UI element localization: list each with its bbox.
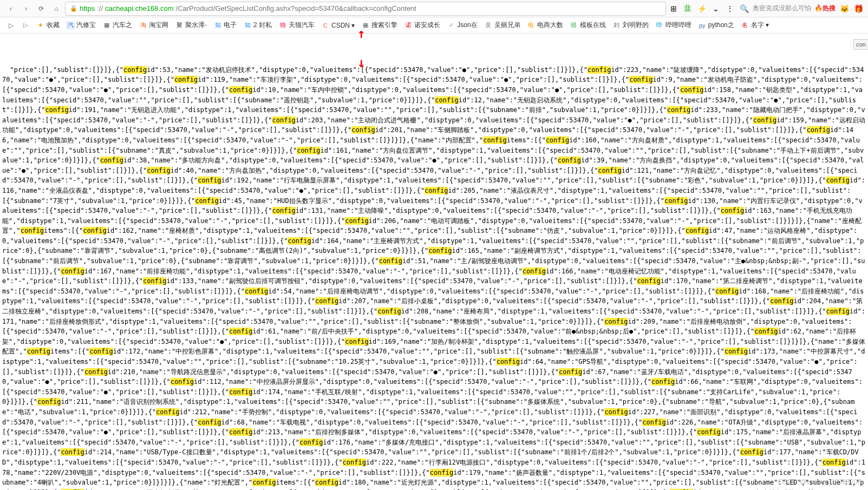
- hot-badge[interactable]: 🔥热搜: [814, 4, 836, 13]
- bookmark-label: 诺安成长: [414, 21, 440, 30]
- bookmark-label: 电商大数: [537, 21, 563, 30]
- ext-icon[interactable]: 韭: [682, 3, 693, 14]
- bookmark-item[interactable]: 猫天猫汽车: [276, 19, 317, 31]
- bookmark-item[interactable]: 模模板在线: [567, 19, 609, 31]
- bookmark-label: 2 封私: [253, 21, 272, 30]
- bookmark-label: 天猫汽车: [289, 21, 315, 30]
- bookmark-menu-icon[interactable]: ▷: [4, 19, 17, 32]
- bookmark-label: 搜索引擎: [371, 21, 397, 30]
- bookmark-icon: 名: [741, 21, 749, 30]
- bookmark-label: 收藏: [47, 21, 60, 30]
- bookmark-icon: 知: [213, 21, 222, 30]
- url-path: /CarProduct/GetSpecListConfig.ashx?speci…: [176, 4, 416, 12]
- forward-button[interactable]: ›: [19, 2, 32, 15]
- bookmark-item[interactable]: 名名字 ▾: [738, 19, 772, 31]
- bookmark-item[interactable]: 电电商大数: [524, 19, 566, 31]
- menu-icon[interactable]: ⋮: [725, 3, 735, 14]
- bookmark-item[interactable]: 聚聚水潭-: [172, 19, 210, 31]
- bookmark-icon: 哔: [655, 21, 664, 30]
- bookmark-icon: 电: [527, 21, 536, 30]
- bookmark-label: 淘宝网: [149, 21, 168, 30]
- search-icon[interactable]: 🔍: [739, 3, 749, 14]
- bookmark-item[interactable]: pypython之: [695, 19, 737, 31]
- bookmark-item[interactable]: ✓Json在: [444, 19, 480, 31]
- search-hint[interactable]: 奥密克戎没那么可怕: [753, 4, 811, 13]
- cat-icon[interactable]: 🐱: [839, 3, 850, 14]
- bookmark-item[interactable]: ▷: [18, 19, 32, 31]
- bookmark-item[interactable]: 知2 封私: [240, 19, 275, 31]
- bookmark-item[interactable]: ▦汽车之: [100, 19, 135, 31]
- bookmark-icon: ▷: [21, 21, 30, 30]
- bookmark-label: CSDN ▾: [331, 22, 355, 29]
- browser-toolbar: ‹ › ⟳ ⌂ 🔒 https://cacheapi.che168.com/Ca…: [0, 0, 868, 17]
- reload-button[interactable]: ⟳: [35, 2, 48, 15]
- bookmark-item[interactable]: ▦搜索引擎: [358, 19, 400, 31]
- ext-icon[interactable]: ⊞: [668, 3, 679, 14]
- bookmark-label: python之: [708, 21, 734, 30]
- bookmark-item[interactable]: 汽汽修宝: [63, 19, 99, 31]
- bookmark-icon: ▦: [102, 21, 111, 30]
- bookmark-label: 哔哩哔哩: [665, 21, 691, 30]
- bookmark-label: 刘明野的: [623, 21, 649, 30]
- home-button[interactable]: ⌂: [50, 2, 63, 15]
- lock-icon: 🔒: [70, 5, 77, 12]
- back-button[interactable]: ‹: [4, 2, 17, 15]
- bookmark-item[interactable]: 哔哔哩哔哩: [652, 19, 694, 31]
- bookmark-label: 汽修宝: [76, 21, 96, 30]
- toolbar-right: ⊞ 韭 ⚡ ⌄ ⋮ 🔍 奥密克戎没那么可怕 🔥热搜 🐱 🎁: [668, 3, 864, 14]
- bookmark-icon: ▦: [361, 21, 370, 30]
- url-scheme: https: [80, 4, 95, 12]
- bookmark-label: 聚水潭-: [185, 21, 207, 30]
- bookmark-label: 吴丽兄弟: [494, 21, 520, 30]
- bookmark-icon: 模: [570, 21, 578, 30]
- bookmark-icon: 汽: [66, 21, 75, 30]
- response-body: ↑ ↓ "price":[],"sublist":[]}]},{"configi…: [0, 34, 868, 490]
- bookmark-item[interactable]: 淘淘宝网: [136, 19, 171, 31]
- bookmark-bar: ▷ ▷★收藏汽汽修宝▦汽车之淘淘宝网聚聚水潭-知电子知2 封私猫天猫汽车CCSD…: [0, 17, 868, 34]
- url-host: cacheapi.che168.com: [105, 4, 173, 12]
- bookmark-item[interactable]: 吴吴丽兄弟: [481, 19, 523, 31]
- bookmark-icon: 猫: [278, 21, 287, 30]
- bookmark-icon: 淘: [139, 21, 147, 30]
- bookmark-icon: 诺: [404, 21, 413, 30]
- bookmark-item[interactable]: ★收藏: [34, 19, 62, 31]
- bookmark-icon: 吴: [484, 21, 493, 30]
- bookmark-item[interactable]: 刘刘明野的: [610, 19, 651, 31]
- ext-icon[interactable]: ⚡: [696, 3, 707, 14]
- bookmark-icon: 刘: [612, 21, 621, 30]
- bookmark-label: 模板在线: [580, 21, 606, 30]
- watermark: CSDN @weixin_39393206: [778, 478, 862, 486]
- bookmark-label: 名字 ▾: [751, 21, 769, 30]
- bookmark-icon: C: [321, 21, 330, 30]
- bookmark-icon: ★: [36, 21, 45, 30]
- bookmark-item[interactable]: 知电子: [211, 19, 239, 31]
- gift-icon[interactable]: 🎁: [853, 3, 864, 14]
- bookmark-icon: 知: [243, 21, 252, 30]
- bookmark-item[interactable]: CCSDN ▾: [318, 19, 357, 31]
- ext-icon[interactable]: ⌄: [710, 3, 721, 14]
- address-bar[interactable]: 🔒 https://cacheapi.che168.com/CarProduct…: [65, 2, 666, 16]
- bookmark-label: 汽车之: [113, 21, 132, 30]
- bookmark-label: 电子: [224, 21, 237, 30]
- bookmark-item[interactable]: 诺诺安成长: [401, 19, 443, 31]
- bookmark-icon: 聚: [175, 21, 184, 30]
- bookmark-icon: py: [698, 21, 707, 30]
- bookmark-icon: ✓: [447, 21, 455, 30]
- bookmark-label: Json在: [457, 21, 477, 30]
